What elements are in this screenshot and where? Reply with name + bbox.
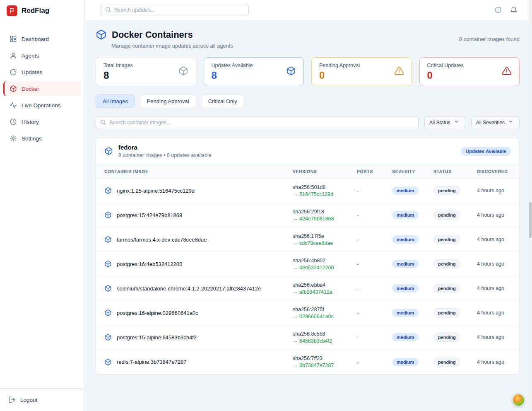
logout-button[interactable]: Logout (3, 392, 81, 408)
ports-value: - (357, 359, 392, 365)
column-header-container-image: Container Image (104, 169, 293, 174)
severity-badge: medium (392, 186, 419, 195)
table-row: redis:7-alpine:3b73847e7287 sha256:7ff23… (96, 350, 519, 374)
docker-page-icon (96, 29, 107, 40)
sidebar-item-settings[interactable]: Settings (3, 131, 81, 146)
version-to: → cdc78cee8dae (293, 240, 357, 246)
image-name: postgres:15:424e79b81868 (117, 212, 182, 218)
status-badge: pending (433, 235, 460, 244)
version-to: → 516475cc129d (293, 191, 357, 197)
sidebar-item-docker[interactable]: Docker (3, 81, 81, 96)
column-header-versions: Versions (293, 169, 357, 174)
severity-badge: medium (392, 211, 419, 219)
page-subtitle: Manage container image updates across al… (111, 43, 233, 49)
discovered-value: 4 hours ago (477, 212, 511, 218)
status-filter-select[interactable]: All Status (424, 116, 465, 129)
scrollbar-thumb[interactable] (529, 202, 532, 238)
tab-pending-approval[interactable]: Pending Approval (140, 94, 196, 108)
updates-available-badge: Updates Available (461, 147, 511, 156)
ports-value: - (357, 212, 392, 218)
image-name: postgres:16-alpine:029660641a0c (117, 310, 198, 316)
app-name: RedFlag (22, 7, 49, 15)
version-from: sha256:501d8 (293, 184, 357, 190)
column-header-ports: Ports (357, 169, 392, 174)
global-search-input[interactable] (101, 4, 249, 16)
sidebar-item-label: History (22, 119, 39, 125)
package-icon (104, 211, 112, 219)
version-to: → 029660641a0c (293, 314, 357, 319)
sidebar-item-label: Settings (22, 135, 42, 142)
images-found-count: 8 container images found (459, 36, 520, 42)
flag-logo-icon (7, 5, 17, 16)
status-badge: pending (433, 259, 460, 268)
status-badge: pending (433, 308, 460, 317)
refresh-button[interactable] (494, 6, 502, 14)
sidebar-item-label: Dashboard (22, 36, 49, 42)
sidebar-item-updates[interactable]: Updates (3, 65, 81, 80)
topbar-actions (494, 6, 518, 14)
image-name: nginx:1.25-alpine:516475cc129d (117, 188, 195, 194)
sidebar-item-history[interactable]: History (3, 114, 81, 129)
sidebar-item-live-operations[interactable]: Live Operations (3, 98, 81, 113)
package-icon (104, 147, 113, 155)
discovered-value: 4 hours ago (477, 334, 511, 340)
tab-critical-only[interactable]: Critical Only (201, 94, 244, 108)
warning-icon (394, 66, 404, 77)
image-search-input[interactable] (96, 116, 419, 129)
package-icon (104, 358, 112, 366)
version-from: sha256:7ff23 (293, 355, 357, 361)
severity-badge: medium (392, 333, 419, 341)
stat-value: 8 (104, 70, 133, 81)
table-row: postgres:15-alpine:64583b3cb4f2 sha256:8… (96, 325, 519, 350)
stat-value: 8 (212, 70, 253, 81)
stat-label: Pending Approval (319, 63, 360, 68)
status-badge: pending (433, 358, 460, 367)
ports-value: - (357, 188, 392, 194)
package-icon (104, 285, 112, 292)
package-icon (104, 187, 112, 194)
version-to: → afb28437412e (293, 289, 357, 295)
sidebar-item-agents[interactable]: Agents (3, 48, 81, 63)
image-search (96, 116, 419, 129)
version-from: sha256:ebbe4 (293, 282, 357, 288)
ports-value: - (357, 334, 392, 341)
topbar (85, 0, 532, 20)
version-from: sha256:2875f (293, 307, 357, 312)
severity-filter-value: All Severities (476, 120, 505, 126)
severity-filter-select[interactable]: All Severities (471, 116, 520, 129)
stat-card-critical-updates: Critical Updates 0 (419, 57, 520, 86)
gear-icon (10, 135, 17, 142)
table-row: farmos/farmos:4.x-dev:cdc78cee8dae sha25… (96, 227, 519, 252)
sidebar-nav: Dashboard Agents Updates Docker Live Ope… (0, 31, 84, 146)
notifications-bell-icon[interactable] (510, 6, 518, 14)
package-icon (104, 260, 112, 268)
sidebar: RedFlag Dashboard Agents Updates Docker … (0, 0, 85, 411)
tab-all-images[interactable]: All Images (96, 94, 135, 108)
status-badge: pending (433, 333, 460, 342)
chevron-down-icon (508, 119, 515, 126)
sidebar-item-dashboard[interactable]: Dashboard (3, 31, 81, 46)
ports-value: - (357, 237, 392, 243)
image-name: selenium/standalone-chrome:4.1.2-2022021… (117, 285, 261, 292)
table-row: postgres:16:4eb532412200 sha256:4b802→ 4… (96, 252, 519, 276)
floating-widget[interactable] (512, 394, 525, 406)
activity-icon (10, 102, 17, 109)
stat-card-pending-approval: Pending Approval 0 (311, 57, 412, 86)
sidebar-item-label: Docker (22, 86, 39, 92)
severity-badge: medium (392, 284, 419, 293)
warning-icon (502, 66, 512, 77)
ports-value: - (357, 261, 392, 267)
package-icon (178, 66, 188, 77)
filter-row: All Status All Severities (96, 116, 520, 129)
search-icon (105, 6, 112, 14)
discovered-value: 4 hours ago (477, 237, 511, 242)
user-icon (10, 52, 17, 59)
discovered-value: 4 hours ago (477, 310, 511, 316)
scrollbar[interactable] (529, 0, 532, 411)
stat-value: 0 (319, 70, 360, 81)
version-to: → 64583b3cb4f2 (293, 338, 357, 344)
global-search (101, 4, 249, 16)
table-row: postgres:15:424e79b81868 sha256:29f18→ 4… (96, 203, 519, 227)
package-icon (104, 309, 112, 317)
table-header-row: Container Image Versions Ports Severity … (96, 164, 519, 179)
